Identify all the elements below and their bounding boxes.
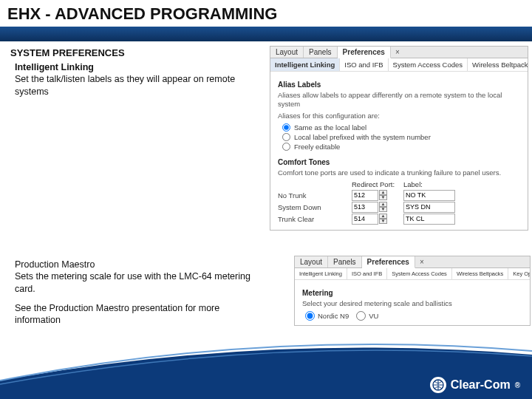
radio-same[interactable] (282, 123, 290, 132)
alias-option-prefixed-label: Local label prefixed with the system num… (294, 133, 431, 141)
tab-preferences[interactable]: Preferences (338, 47, 391, 58)
alias-help: Aliases allow labels to appear different… (278, 91, 520, 109)
spinner-up-icon[interactable]: ▲ (379, 202, 387, 207)
tab-panels[interactable]: Panels (304, 47, 338, 58)
window-tab-row: Layout Panels Preferences × (270, 47, 528, 58)
preferences-panel-bottom: Layout Panels Preferences × Intelligent … (294, 256, 531, 326)
tab-preferences[interactable]: Preferences (362, 256, 415, 268)
col-redirect-port: Redirect Port: (352, 180, 403, 188)
comfort-row-no-trunk: No Trunk ▲ ▼ (278, 190, 520, 201)
pm-more-info: See the Production Maestro presentation … (15, 302, 259, 327)
subtab-wireless-beltpacks[interactable]: Wireless Beltpacks (452, 268, 508, 279)
radio-nordic[interactable] (305, 311, 315, 321)
panel-body: Alias Labels Aliases allow labels to app… (270, 72, 528, 230)
comfort-help: Comfort tone ports are used to indicate … (278, 168, 520, 177)
page-title: EHX - ADVANCED PROGRAMMING (0, 0, 532, 27)
window-tab-row: Layout Panels Preferences × (295, 256, 530, 268)
port-input-trunk-clear[interactable] (352, 214, 378, 225)
spinner-up-icon[interactable]: ▲ (379, 190, 387, 195)
preferences-subtab-row: Intelligent Linking ISO and IFB System A… (270, 58, 528, 72)
subtab-system-access-codes[interactable]: System Access Codes (389, 58, 468, 71)
preferences-panel-top: Layout Panels Preferences × Intelligent … (270, 46, 528, 231)
subtab-intelligent-linking[interactable]: Intelligent Linking (295, 268, 347, 279)
metering-option-vu-label: VU (369, 312, 378, 320)
row-name: No Trunk (278, 191, 352, 200)
radio-editable[interactable] (282, 143, 290, 151)
close-icon[interactable]: × (392, 48, 403, 56)
preferences-subtab-row: Intelligent Linking ISO and IFB System A… (295, 268, 530, 280)
tab-panels[interactable]: Panels (328, 256, 362, 267)
port-input-system-down[interactable] (352, 202, 378, 213)
col-label: Label: (403, 180, 470, 188)
title-bar (0, 27, 532, 41)
comfort-row-system-down: System Down ▲ ▼ (278, 202, 520, 213)
subtab-key-operation[interactable]: Key Operation (508, 268, 530, 279)
brand-logo: Clear-Com® (430, 377, 520, 393)
metering-option-nordic[interactable]: Nordic N9 (305, 311, 349, 321)
intelligent-linking-body: Set the talk/listen labels as they will … (15, 74, 235, 96)
alias-option-editable-label: Freely editable (294, 143, 340, 151)
radio-vu[interactable] (356, 311, 366, 321)
spinner-up-icon[interactable]: ▲ (379, 214, 387, 219)
intelligent-linking-copy: Intelligent Linking Set the talk/listen … (15, 61, 259, 98)
alias-option-editable[interactable]: Freely editable (282, 143, 520, 151)
metering-option-nordic-label: Nordic N9 (318, 312, 349, 320)
label-input-system-down[interactable] (403, 202, 455, 213)
alias-option-prefixed[interactable]: Local label prefixed with the system num… (282, 133, 520, 141)
alias-option-same[interactable]: Same as the local label (282, 123, 520, 132)
brand-name: Clear-Com (451, 378, 511, 392)
subtab-iso-ifb[interactable]: ISO and IFB (347, 268, 387, 279)
spinner-down-icon[interactable]: ▼ (379, 207, 387, 212)
subtab-wireless-beltpacks[interactable]: Wireless Beltpacks (468, 58, 528, 71)
pm-line1: Production Maestro (15, 259, 95, 270)
spinner-down-icon[interactable]: ▼ (379, 219, 387, 224)
panel-body: Metering Select your desired metering sc… (295, 280, 530, 325)
production-maestro-copy: Production Maestro Sets the metering sca… (15, 259, 259, 295)
footer: Clear-Com® (0, 356, 532, 399)
alias-labels-group: Alias Labels (278, 81, 520, 89)
metering-option-vu[interactable]: VU (356, 311, 378, 321)
comfort-tones-group: Comfort Tones (278, 158, 520, 166)
radio-prefixed[interactable] (282, 133, 290, 141)
metering-group: Metering (302, 289, 522, 297)
pm-line2: Sets the metering scale for use with the… (15, 271, 250, 293)
row-name: Trunk Clear (278, 215, 352, 223)
pm-line3: See the Production Maestro presentation … (15, 303, 219, 325)
subtab-intelligent-linking[interactable]: Intelligent Linking (270, 58, 340, 71)
comfort-table-header: Redirect Port: Label: (278, 180, 520, 188)
subtab-iso-ifb[interactable]: ISO and IFB (340, 58, 388, 71)
spinner-down-icon[interactable]: ▼ (379, 195, 387, 200)
comfort-row-trunk-clear: Trunk Clear ▲ ▼ (278, 214, 520, 225)
port-input-no-trunk[interactable] (352, 190, 378, 201)
alias-prompt: Aliases for this configuration are: (278, 112, 520, 120)
close-icon[interactable]: × (417, 258, 427, 266)
globe-icon (430, 377, 446, 393)
subtab-system-access-codes[interactable]: System Access Codes (387, 268, 452, 279)
intelligent-linking-heading: Intelligent Linking (15, 62, 94, 72)
metering-help: Select your desired metering scale and b… (302, 299, 522, 308)
tab-layout[interactable]: Layout (270, 47, 304, 58)
tab-layout[interactable]: Layout (295, 256, 328, 267)
label-input-no-trunk[interactable] (403, 190, 455, 201)
label-input-trunk-clear[interactable] (403, 214, 455, 225)
row-name: System Down (278, 203, 352, 211)
alias-option-same-label: Same as the local label (294, 123, 366, 132)
